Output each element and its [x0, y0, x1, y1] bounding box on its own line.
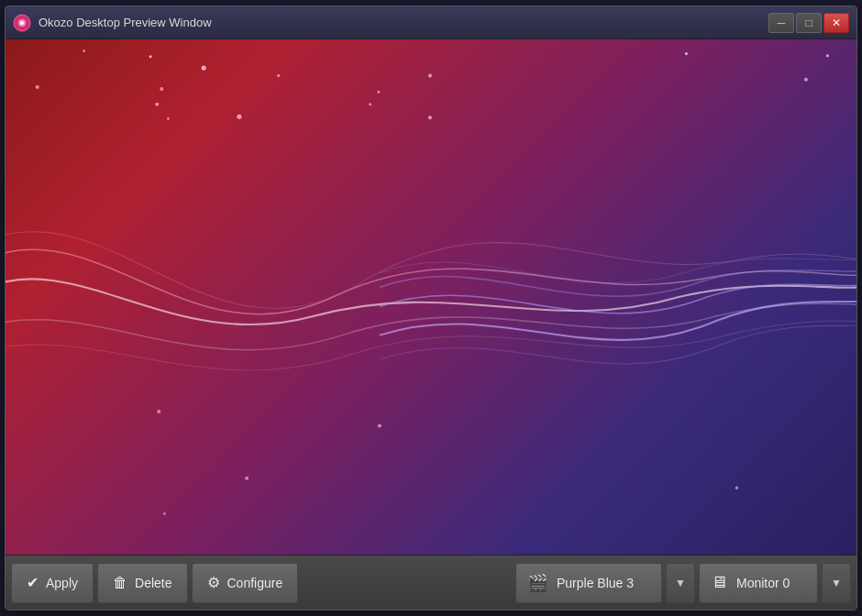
minimize-button[interactable]: ─	[768, 13, 794, 33]
svg-point-7	[826, 54, 829, 57]
configure-button[interactable]: ⚙ Configure	[192, 563, 299, 603]
monitor-dropdown-arrow[interactable]: ▼	[822, 563, 851, 603]
svg-point-10	[202, 66, 206, 71]
svg-point-6	[685, 52, 688, 55]
svg-point-21	[378, 424, 381, 427]
preview-area	[6, 39, 856, 555]
svg-point-20	[157, 410, 160, 413]
svg-point-11	[428, 73, 432, 77]
window-controls: ─ □ ✕	[768, 13, 849, 33]
monitor-icon: 🖥	[711, 573, 727, 592]
monitor-selector[interactable]: 🖥 Monitor 0	[699, 563, 818, 603]
wave-lines	[6, 39, 856, 555]
delete-button[interactable]: 🗑 Delete	[97, 563, 187, 603]
svg-point-9	[83, 50, 85, 52]
configure-label: Configure	[227, 576, 283, 590]
toolbar: ✔ Apply 🗑 Delete ⚙ Configure 🎬 Purple Bl…	[6, 555, 856, 610]
svg-point-2	[20, 21, 24, 25]
maximize-button[interactable]: □	[796, 13, 822, 33]
svg-point-17	[237, 115, 241, 119]
wallpaper-dropdown-arrow[interactable]: ▼	[666, 563, 695, 603]
main-window: Okozo Desktop Preview Window ─ □ ✕	[5, 6, 857, 610]
delete-label: Delete	[135, 576, 171, 590]
svg-point-15	[369, 103, 371, 105]
svg-point-18	[428, 116, 432, 119]
apply-label: Apply	[46, 576, 78, 590]
apply-icon: ✔	[27, 574, 39, 591]
svg-point-13	[377, 91, 380, 94]
close-button[interactable]: ✕	[823, 13, 849, 33]
apply-button[interactable]: ✔ Apply	[11, 563, 94, 603]
svg-point-16	[167, 117, 170, 120]
svg-point-14	[155, 103, 159, 106]
svg-point-3	[36, 85, 39, 89]
delete-icon: 🗑	[113, 575, 127, 591]
svg-point-12	[160, 87, 163, 91]
svg-point-4	[149, 55, 152, 58]
svg-point-19	[245, 477, 249, 480]
monitor-label: Monitor 0	[736, 576, 790, 590]
window-title: Okozo Desktop Preview Window	[39, 16, 768, 29]
svg-point-5	[277, 74, 280, 77]
app-icon	[13, 14, 31, 32]
wallpaper-name: Purple Blue 3	[557, 576, 634, 590]
configure-icon: ⚙	[207, 574, 220, 591]
title-bar: Okozo Desktop Preview Window ─ □ ✕	[6, 6, 856, 39]
wallpaper-icon: 🎬	[527, 573, 547, 593]
svg-point-23	[735, 487, 738, 490]
svg-point-22	[163, 512, 166, 515]
svg-point-8	[804, 78, 808, 82]
wallpaper-selector[interactable]: 🎬 Purple Blue 3	[515, 563, 662, 603]
